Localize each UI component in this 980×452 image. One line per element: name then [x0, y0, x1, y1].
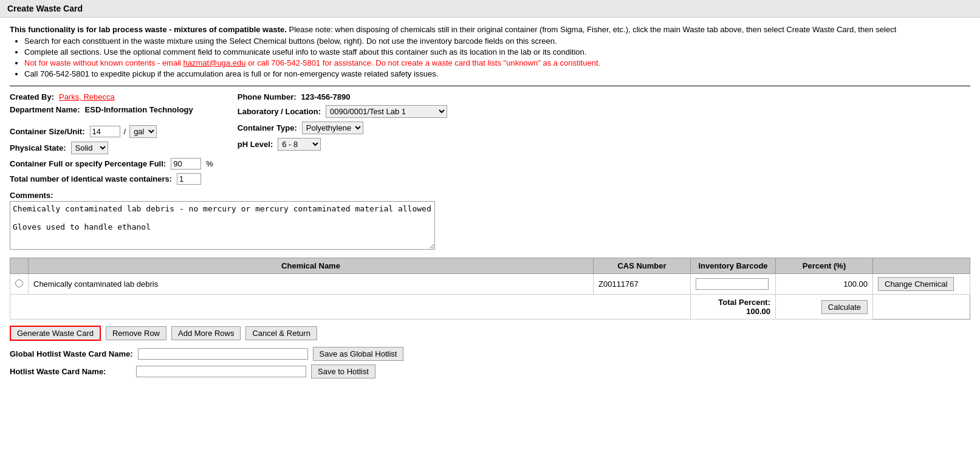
hotlist-row: Hotlist Waste Card Name: Save to Hotlist	[10, 365, 970, 378]
form-left-col: Created By: Parks, Rebecca Department Na…	[10, 92, 213, 185]
container-type-select[interactable]: Polyethylene	[302, 122, 363, 134]
col-select	[10, 258, 29, 274]
hotlist-input[interactable]	[136, 366, 306, 377]
page-title: Create Waste Card	[0, 0, 980, 18]
created-by-row: Created By: Parks, Rebecca	[10, 92, 213, 101]
container-size-inputs: / gal L mL oz	[90, 125, 157, 138]
created-by-value[interactable]: Parks, Rebecca	[59, 92, 115, 101]
generate-waste-card-button[interactable]: Generate Waste Card	[10, 326, 101, 341]
bullet-4: Call 706-542-5801 to expedite pickup if …	[24, 69, 970, 78]
ph-select[interactable]: 6 - 8 < 2 2 - 6 8 - 12.5 > 12.5	[278, 138, 321, 151]
phone-label: Phone Number:	[238, 92, 296, 101]
global-hotlist-row: Global Hotlist Waste Card Name: Save as …	[10, 347, 970, 361]
ph-row: pH Level: 6 - 8 < 2 2 - 6 8 - 12.5 > 12.…	[238, 138, 450, 151]
email-link[interactable]: hazmat@uga.edu	[183, 58, 246, 67]
col-actions	[873, 258, 970, 274]
created-by-label: Created By:	[10, 92, 54, 101]
row-inventory-barcode	[691, 274, 776, 295]
total-containers-label: Total number of identical waste containe…	[10, 174, 172, 183]
action-row: Generate Waste Card Remove Row Add More …	[10, 326, 970, 341]
percent-sign: %	[206, 159, 213, 168]
col-percent: Percent (%)	[776, 258, 873, 274]
global-hotlist-label: Global Hotlist Waste Card Name:	[10, 349, 133, 358]
total-percent-label-cell: Total Percent: 100.00	[691, 295, 776, 320]
table-row: Chemically contaminated lab debris Z0011…	[10, 274, 970, 295]
phone-row: Phone Number: 123-456-7890	[238, 92, 450, 101]
row-radio-cell	[10, 274, 29, 295]
col-cas-number: CAS Number	[594, 258, 691, 274]
calculate-cell: Calculate	[776, 295, 873, 320]
col-chemical-name: Chemical Name	[29, 258, 594, 274]
remove-row-button[interactable]: Remove Row	[106, 326, 166, 340]
container-size-slash: /	[124, 127, 126, 136]
container-full-label: Container Full or specify Percentage Ful…	[10, 159, 166, 168]
department-row: Department Name: ESD-Information Technol…	[10, 105, 213, 114]
container-size-input[interactable]	[90, 126, 120, 137]
container-size-row: Container Size/Unit: / gal L mL oz	[10, 125, 213, 138]
comments-section: Comments: Chemically contaminated lab de…	[10, 191, 970, 252]
container-full-row: Container Full or specify Percentage Ful…	[10, 158, 213, 170]
form-right-col: Phone Number: 123-456-7890 Laboratory / …	[238, 92, 450, 185]
phone-value: 123-456-7890	[301, 92, 351, 101]
physical-state-label: Physical State:	[10, 143, 66, 152]
total-containers-row: Total number of identical waste containe…	[10, 173, 213, 185]
container-type-row: Container Type: Polyethylene	[238, 122, 450, 134]
comments-textarea[interactable]: Chemically contaminated lab debris - no …	[10, 201, 435, 250]
total-containers-input[interactable]	[177, 173, 201, 185]
hotlist-label: Hotlist Waste Card Name:	[10, 367, 131, 376]
calculate-button[interactable]: Calculate	[821, 300, 868, 314]
container-unit-select[interactable]: gal L mL oz	[129, 125, 157, 138]
bullet-1: Search for each constituent in the waste…	[24, 36, 970, 46]
total-percent-value: 100.00	[746, 307, 770, 316]
chemical-table: Chemical Name CAS Number Inventory Barco…	[10, 258, 970, 320]
save-hotlist-button[interactable]: Save to Hotlist	[311, 365, 375, 378]
department-value: ESD-Information Technology	[85, 105, 193, 114]
change-chemical-button[interactable]: Change Chemical	[878, 277, 954, 291]
row-cas-number: Z00111767	[594, 274, 691, 295]
add-more-rows-button[interactable]: Add More Rows	[171, 326, 241, 340]
hotlist-section: Global Hotlist Waste Card Name: Save as …	[10, 347, 970, 378]
bullet-2: Complete all sections. Use the optional …	[24, 47, 970, 56]
lab-label: Laboratory / Location:	[238, 107, 321, 116]
container-size-label: Container Size/Unit:	[10, 127, 85, 136]
save-global-hotlist-button[interactable]: Save as Global Hotlist	[313, 347, 404, 361]
intro-normal: Please note: when disposing of chemicals…	[289, 25, 896, 34]
row-radio[interactable]	[15, 279, 23, 287]
inventory-barcode-input[interactable]	[696, 278, 769, 290]
bullet-list: Search for each constituent in the waste…	[24, 36, 970, 78]
container-type-label: Container Type:	[238, 123, 297, 132]
total-percent-label: Total Percent:	[718, 298, 770, 307]
row-percent: 100.00	[776, 274, 873, 295]
global-hotlist-input[interactable]	[138, 348, 308, 360]
comments-label: Comments:	[10, 191, 970, 200]
intro-bold: This functionality is for lab process wa…	[10, 25, 287, 34]
bullet-3: Not for waste without known contents - e…	[24, 58, 970, 67]
ph-label: pH Level:	[238, 140, 273, 149]
lab-row: Laboratory / Location: 0090/0001/Test La…	[238, 105, 450, 118]
row-chemical-name: Chemically contaminated lab debris	[29, 274, 594, 295]
intro-section: This functionality is for lab process wa…	[10, 25, 970, 86]
empty-cell-1	[10, 295, 691, 320]
col-inventory-barcode: Inventory Barcode	[691, 258, 776, 274]
cancel-return-button[interactable]: Cancel & Return	[245, 326, 317, 340]
chemical-table-section: Chemical Name CAS Number Inventory Barco…	[10, 258, 970, 320]
physical-state-row: Physical State: Solid Liquid Gas	[10, 142, 213, 154]
lab-select[interactable]: 0090/0001/Test Lab 1	[326, 105, 447, 118]
total-row: Total Percent: 100.00 Calculate	[10, 295, 970, 320]
row-change-chemical-cell: Change Chemical	[873, 274, 970, 295]
physical-state-select[interactable]: Solid Liquid Gas	[71, 142, 108, 154]
container-full-input[interactable]	[171, 158, 201, 170]
form-section: Created By: Parks, Rebecca Department Na…	[10, 92, 970, 185]
department-label: Department Name:	[10, 105, 80, 114]
